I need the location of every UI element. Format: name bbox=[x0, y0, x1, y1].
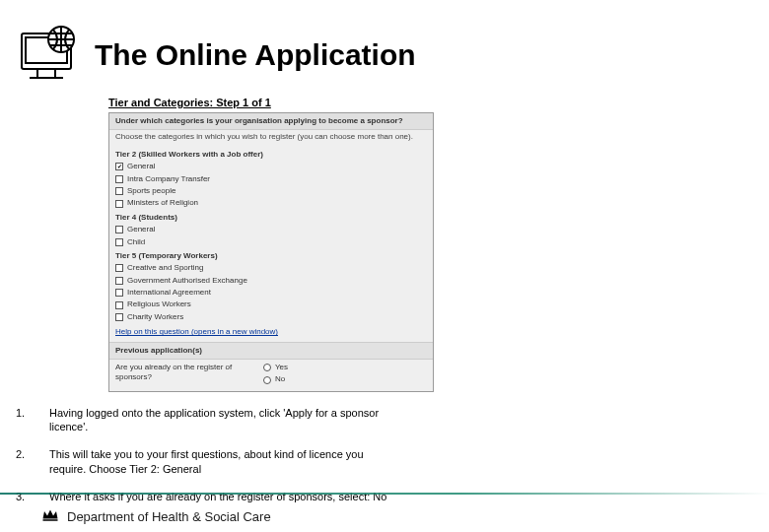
checkbox-icon bbox=[115, 175, 123, 183]
radio-no[interactable]: No bbox=[263, 374, 288, 384]
radio-icon bbox=[263, 376, 271, 384]
checkbox-row[interactable]: Charity Workers bbox=[109, 311, 433, 323]
checkbox-row[interactable]: International Agreement bbox=[109, 287, 433, 299]
checkbox-icon bbox=[115, 238, 123, 246]
radio-label: Yes bbox=[275, 363, 288, 372]
radio-icon bbox=[263, 364, 271, 371]
step-heading: Tier and Categories: Step 1 of 1 bbox=[108, 97, 434, 108]
tier4-label: Tier 4 (Students) bbox=[109, 210, 433, 224]
checkbox-label: Ministers of Religion bbox=[127, 198, 198, 208]
checkbox-icon bbox=[115, 301, 123, 309]
checkbox-label: Religious Workers bbox=[127, 299, 191, 309]
checkbox-label: Sports people bbox=[127, 186, 175, 196]
form-window: Under which categories is your organisat… bbox=[108, 112, 434, 392]
register-question: Are you already on the register of spons… bbox=[115, 363, 234, 383]
page-title: The Online Application bbox=[95, 38, 416, 72]
form-screenshot: Tier and Categories: Step 1 of 1 Under w… bbox=[108, 97, 434, 392]
checkbox-label: International Agreement bbox=[127, 288, 211, 298]
crown-icon bbox=[41, 506, 59, 526]
checkbox-icon bbox=[115, 187, 123, 195]
instruction-text: Having logged onto the application syste… bbox=[49, 406, 394, 434]
help-link[interactable]: Help on this question (opens in a new wi… bbox=[109, 323, 284, 341]
checkbox-label: Intra Company Transfer bbox=[127, 174, 210, 184]
checkbox-label: Government Authorised Exchange bbox=[127, 276, 247, 286]
slide-header: The Online Application bbox=[0, 0, 769, 97]
radio-label: No bbox=[275, 374, 285, 384]
checkbox-label: General bbox=[127, 162, 155, 171]
question-subtext: Choose the categories in which you wish … bbox=[109, 130, 433, 146]
checkbox-row[interactable]: Religious Workers bbox=[109, 299, 433, 310]
checkbox-row[interactable]: General bbox=[109, 224, 433, 235]
checkbox-icon bbox=[115, 163, 123, 170]
checkbox-row[interactable]: Ministers of Religion bbox=[109, 197, 433, 209]
computer-globe-icon bbox=[18, 24, 83, 87]
tier2-label: Tier 2 (Skilled Workers with a Job offer… bbox=[109, 147, 433, 161]
instruction-item: 1. Having logged onto the application sy… bbox=[16, 406, 394, 434]
tier5-label: Tier 5 (Temporary Workers) bbox=[109, 248, 433, 262]
checkbox-row[interactable]: Sports people bbox=[109, 185, 433, 197]
checkbox-icon bbox=[115, 226, 123, 233]
footer: Department of Health & Social Care bbox=[41, 506, 271, 526]
checkbox-icon bbox=[115, 313, 123, 321]
instruction-item: 2. This will take you to your first ques… bbox=[16, 447, 394, 476]
checkbox-row[interactable]: Government Authorised Exchange bbox=[109, 275, 433, 287]
instruction-number: 2. bbox=[16, 447, 32, 476]
department-name: Department of Health & Social Care bbox=[67, 509, 271, 524]
checkbox-icon bbox=[115, 289, 123, 297]
footer-divider bbox=[0, 493, 769, 495]
checkbox-icon bbox=[115, 264, 123, 272]
question-heading: Under which categories is your organisat… bbox=[109, 113, 433, 130]
instruction-number: 1. bbox=[16, 406, 32, 434]
checkbox-label: General bbox=[127, 225, 155, 234]
checkbox-row[interactable]: Intra Company Transfer bbox=[109, 173, 433, 185]
checkbox-label: Child bbox=[127, 237, 145, 247]
checkbox-icon bbox=[115, 200, 123, 208]
previous-application-heading: Previous application(s) bbox=[109, 342, 433, 360]
checkbox-row[interactable]: General bbox=[109, 161, 433, 172]
radio-yes[interactable]: Yes bbox=[263, 363, 288, 372]
checkbox-label: Creative and Sporting bbox=[127, 263, 203, 273]
instruction-list: 1. Having logged onto the application sy… bbox=[0, 406, 434, 503]
checkbox-label: Charity Workers bbox=[127, 312, 183, 322]
checkbox-row[interactable]: Child bbox=[109, 236, 433, 248]
checkbox-row[interactable]: Creative and Sporting bbox=[109, 262, 433, 274]
checkbox-icon bbox=[115, 277, 123, 285]
instruction-text: This will take you to your first questio… bbox=[49, 447, 394, 476]
